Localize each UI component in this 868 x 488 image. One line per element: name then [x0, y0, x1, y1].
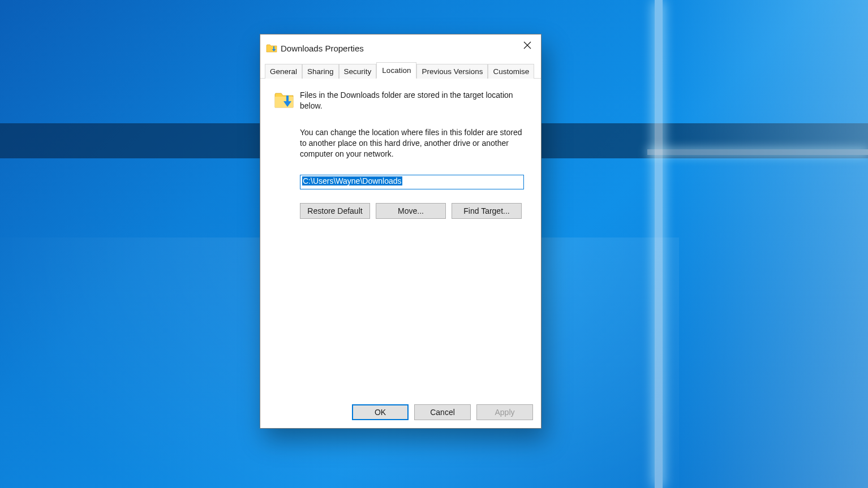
intro-text: Files in the Downloads folder are stored… [300, 90, 527, 111]
location-path-value: C:\Users\Wayne\Downloads [302, 176, 402, 185]
tab-sharing[interactable]: Sharing [302, 64, 339, 79]
tab-security[interactable]: Security [339, 64, 377, 79]
info-row: Files in the Downloads folder are stored… [274, 90, 527, 111]
description-text: You can change the location where files … [300, 127, 527, 159]
desktop-background-light [653, 0, 868, 488]
restore-default-button[interactable]: Restore Default [300, 203, 370, 219]
desktop-background-cross-v [655, 0, 663, 488]
window-title: Downloads Properties [281, 44, 364, 53]
tab-customise[interactable]: Customise [488, 64, 534, 79]
dialog-button-row: OK Cancel Apply [260, 396, 541, 428]
tab-location[interactable]: Location [376, 62, 416, 79]
close-button[interactable] [514, 34, 541, 56]
cancel-button[interactable]: Cancel [414, 404, 471, 420]
tab-previous-versions[interactable]: Previous Versions [416, 64, 488, 79]
find-target-button[interactable]: Find Target... [452, 203, 522, 219]
ok-button[interactable]: OK [352, 404, 409, 420]
titlebar[interactable]: Downloads Properties [260, 34, 541, 62]
properties-dialog: Downloads Properties General Sharing Sec… [260, 34, 542, 429]
downloads-folder-icon [266, 43, 277, 53]
move-button[interactable]: Move... [376, 203, 446, 219]
tab-strip: General Sharing Security Location Previo… [260, 62, 541, 79]
tab-general[interactable]: General [265, 64, 302, 79]
location-buttons-row: Restore Default Move... Find Target... [300, 203, 527, 219]
desktop-background-cross-h [647, 149, 868, 155]
tab-content-location: Files in the Downloads folder are stored… [260, 79, 541, 396]
close-icon [523, 41, 531, 49]
downloads-folder-large-icon [274, 90, 294, 110]
apply-button[interactable]: Apply [476, 404, 533, 420]
location-path-input[interactable]: C:\Users\Wayne\Downloads [300, 175, 524, 189]
